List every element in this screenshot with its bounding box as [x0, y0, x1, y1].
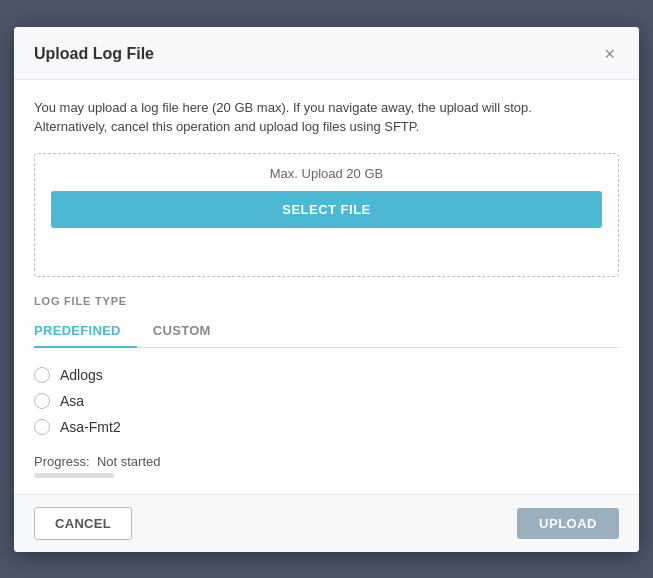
tab-bar: PREDEFINED CUSTOM	[34, 315, 619, 348]
cancel-button[interactable]: CANCEL	[34, 507, 132, 540]
modal-header: Upload Log File ×	[14, 27, 639, 80]
progress-status: Not started	[97, 454, 161, 469]
radio-label-asa-fmt2: Asa-Fmt2	[60, 419, 121, 435]
radio-asa[interactable]: Asa	[34, 388, 619, 414]
upload-area: Max. Upload 20 GB SELECT FILE	[34, 153, 619, 277]
radio-asa-fmt2[interactable]: Asa-Fmt2	[34, 414, 619, 440]
tab-content-predefined: Adlogs Asa Asa-Fmt2	[34, 348, 619, 444]
progress-bar-container	[34, 473, 114, 478]
radio-circle-asa-fmt2	[34, 419, 50, 435]
tab-predefined[interactable]: PREDEFINED	[34, 315, 137, 348]
modal-body: You may upload a log file here (20 GB ma…	[14, 80, 639, 494]
radio-adlogs[interactable]: Adlogs	[34, 362, 619, 388]
drop-area	[51, 236, 602, 264]
modal-footer: CANCEL UPLOAD	[14, 494, 639, 552]
upload-log-file-modal: Upload Log File × You may upload a log f…	[14, 27, 639, 552]
close-button[interactable]: ×	[600, 43, 619, 65]
log-file-type-label: LOG FILE TYPE	[34, 295, 619, 307]
progress-label: Progress: Not started	[34, 454, 619, 469]
select-file-button[interactable]: SELECT FILE	[51, 191, 602, 228]
modal-title: Upload Log File	[34, 45, 154, 63]
description: You may upload a log file here (20 GB ma…	[34, 98, 619, 137]
tab-custom[interactable]: CUSTOM	[137, 315, 227, 348]
radio-circle-asa	[34, 393, 50, 409]
radio-label-asa: Asa	[60, 393, 84, 409]
radio-circle-adlogs	[34, 367, 50, 383]
progress-section: Progress: Not started	[34, 444, 619, 484]
max-upload-label: Max. Upload 20 GB	[51, 166, 602, 181]
radio-label-adlogs: Adlogs	[60, 367, 103, 383]
upload-button[interactable]: UPLOAD	[517, 508, 619, 539]
